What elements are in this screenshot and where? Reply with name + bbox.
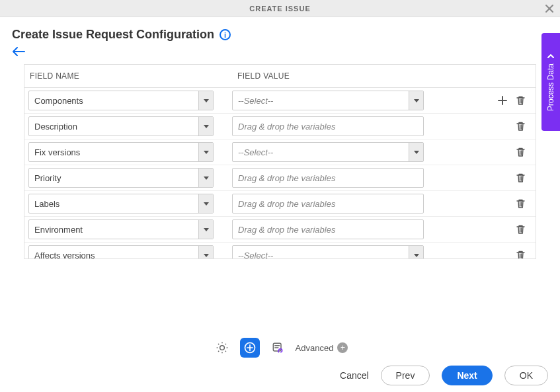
chevron-right-icon [547, 53, 554, 59]
delete-row-icon[interactable] [515, 250, 526, 259]
field-value-placeholder: --Select-- [233, 96, 409, 106]
field-value-select[interactable]: --Select-- [232, 91, 424, 110]
side-tab-label: Process Data [546, 63, 555, 111]
field-name-value: Affects versions [29, 251, 198, 259]
cancel-button[interactable]: Cancel [340, 370, 369, 381]
field-name-select[interactable]: Fix versions [28, 142, 214, 162]
table-row: Environment [24, 217, 536, 243]
info-icon[interactable]: i [220, 29, 231, 40]
refresh-list-icon[interactable] [268, 338, 288, 358]
next-button[interactable]: Next [442, 366, 492, 385]
plus-circle-icon: + [337, 342, 348, 353]
chevron-down-icon [198, 117, 213, 136]
dialog-title: CREATE ISSUE [249, 5, 310, 13]
chevron-down-icon [198, 194, 213, 213]
field-name-value: Description [29, 122, 198, 132]
chevron-down-icon [409, 91, 423, 110]
field-value-input[interactable] [232, 168, 424, 188]
fields-table: FIELD NAME FIELD VALUE Components--Selec… [24, 64, 536, 259]
bottom-toolbar: Advanced + [0, 338, 560, 358]
field-name-select[interactable]: Labels [28, 194, 214, 214]
column-header-name: FIELD NAME [24, 65, 232, 87]
prev-button[interactable]: Prev [381, 366, 430, 385]
advanced-toggle[interactable]: Advanced + [296, 342, 348, 353]
svg-rect-1 [273, 343, 281, 351]
table-row: Description [24, 114, 536, 139]
field-name-select[interactable]: Description [28, 116, 214, 136]
chevron-down-icon [198, 91, 213, 110]
delete-row-icon[interactable] [515, 121, 526, 132]
table-row: Components--Select-- [24, 88, 536, 114]
field-name-value: Labels [29, 199, 198, 209]
settings-icon[interactable] [212, 338, 232, 358]
field-name-value: Components [29, 96, 198, 106]
ok-button[interactable]: OK [504, 366, 548, 385]
table-row: Priority [24, 165, 536, 191]
field-value-placeholder: --Select-- [233, 251, 409, 259]
process-data-side-tab[interactable]: Process Data [541, 33, 560, 131]
field-value-select[interactable]: --Select-- [232, 142, 424, 162]
field-name-value: Priority [29, 173, 198, 183]
field-value-input[interactable] [232, 219, 424, 239]
field-value-select[interactable]: --Select-- [232, 245, 424, 258]
delete-row-icon[interactable] [515, 95, 526, 106]
field-value-input[interactable] [232, 116, 424, 136]
field-name-select[interactable]: Environment [28, 219, 214, 239]
table-row: Fix versions--Select-- [24, 139, 536, 165]
delete-row-icon[interactable] [515, 147, 526, 158]
chevron-down-icon [198, 143, 213, 161]
table-row: Affects versions--Select-- [24, 243, 536, 258]
table-row: Labels [24, 191, 536, 217]
field-value-placeholder: --Select-- [233, 147, 409, 157]
page-title: Create Issue Request Configuration [12, 28, 214, 42]
field-name-select[interactable]: Priority [28, 168, 214, 188]
field-name-select[interactable]: Affects versions [28, 245, 214, 258]
add-circle-icon[interactable] [240, 338, 260, 358]
dialog-footer: Cancel Prev Next OK [0, 366, 560, 385]
delete-row-icon[interactable] [515, 224, 526, 235]
field-name-value: Fix versions [29, 147, 198, 157]
add-row-icon[interactable] [497, 95, 508, 106]
delete-row-icon[interactable] [515, 198, 526, 210]
back-arrow-icon[interactable] [12, 47, 25, 56]
field-value-input[interactable] [232, 194, 424, 214]
column-header-value: FIELD VALUE [232, 65, 424, 87]
field-name-select[interactable]: Components [28, 91, 214, 110]
chevron-down-icon [409, 143, 423, 161]
close-icon[interactable] [544, 3, 555, 14]
table-header: FIELD NAME FIELD VALUE [24, 65, 536, 88]
chevron-down-icon [409, 246, 423, 258]
delete-row-icon[interactable] [515, 173, 526, 184]
chevron-down-icon [198, 220, 213, 239]
chevron-down-icon [198, 169, 213, 187]
field-name-value: Environment [29, 225, 198, 235]
dialog-header: CREATE ISSUE [0, 0, 560, 17]
chevron-down-icon [198, 246, 213, 258]
advanced-label: Advanced [296, 343, 334, 353]
